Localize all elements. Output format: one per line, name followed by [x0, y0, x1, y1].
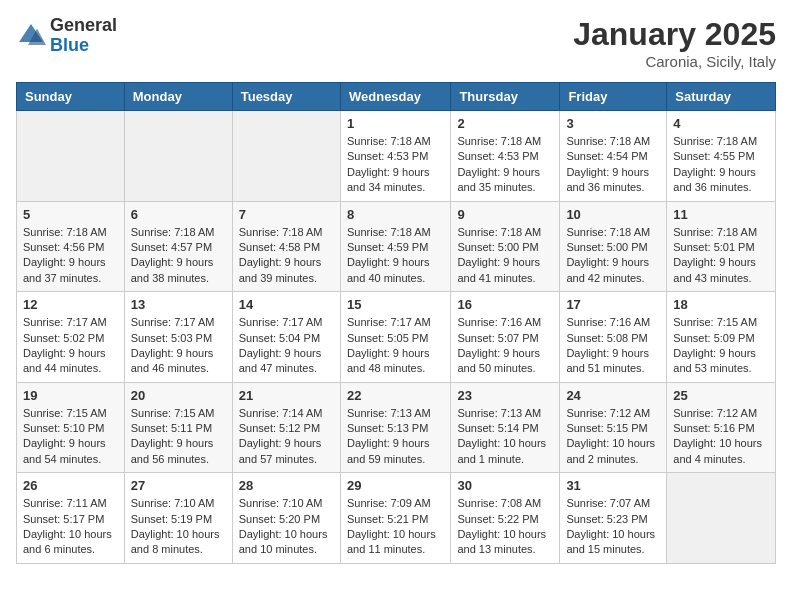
- day-number: 9: [457, 207, 553, 222]
- day-number: 15: [347, 297, 444, 312]
- day-number: 16: [457, 297, 553, 312]
- calendar-cell: 18Sunrise: 7:15 AM Sunset: 5:09 PM Dayli…: [667, 292, 776, 383]
- day-info: Sunrise: 7:11 AM Sunset: 5:17 PM Dayligh…: [23, 496, 118, 558]
- day-info: Sunrise: 7:13 AM Sunset: 5:14 PM Dayligh…: [457, 406, 553, 468]
- day-number: 23: [457, 388, 553, 403]
- day-info: Sunrise: 7:14 AM Sunset: 5:12 PM Dayligh…: [239, 406, 334, 468]
- calendar-cell: 10Sunrise: 7:18 AM Sunset: 5:00 PM Dayli…: [560, 201, 667, 292]
- day-number: 18: [673, 297, 769, 312]
- header-wednesday: Wednesday: [340, 83, 450, 111]
- calendar-cell: 7Sunrise: 7:18 AM Sunset: 4:58 PM Daylig…: [232, 201, 340, 292]
- day-number: 22: [347, 388, 444, 403]
- day-number: 20: [131, 388, 226, 403]
- day-info: Sunrise: 7:18 AM Sunset: 4:56 PM Dayligh…: [23, 225, 118, 287]
- calendar-cell: 26Sunrise: 7:11 AM Sunset: 5:17 PM Dayli…: [17, 473, 125, 564]
- day-info: Sunrise: 7:15 AM Sunset: 5:11 PM Dayligh…: [131, 406, 226, 468]
- day-info: Sunrise: 7:15 AM Sunset: 5:10 PM Dayligh…: [23, 406, 118, 468]
- calendar-week-1: 1Sunrise: 7:18 AM Sunset: 4:53 PM Daylig…: [17, 111, 776, 202]
- day-info: Sunrise: 7:18 AM Sunset: 4:55 PM Dayligh…: [673, 134, 769, 196]
- calendar-cell: 22Sunrise: 7:13 AM Sunset: 5:13 PM Dayli…: [340, 382, 450, 473]
- day-number: 29: [347, 478, 444, 493]
- day-number: 25: [673, 388, 769, 403]
- calendar-cell: [124, 111, 232, 202]
- location-title: Caronia, Sicily, Italy: [573, 53, 776, 70]
- calendar-header-row: SundayMondayTuesdayWednesdayThursdayFrid…: [17, 83, 776, 111]
- calendar-cell: 5Sunrise: 7:18 AM Sunset: 4:56 PM Daylig…: [17, 201, 125, 292]
- calendar-cell: 8Sunrise: 7:18 AM Sunset: 4:59 PM Daylig…: [340, 201, 450, 292]
- calendar-week-4: 19Sunrise: 7:15 AM Sunset: 5:10 PM Dayli…: [17, 382, 776, 473]
- calendar-week-5: 26Sunrise: 7:11 AM Sunset: 5:17 PM Dayli…: [17, 473, 776, 564]
- header-saturday: Saturday: [667, 83, 776, 111]
- calendar-week-3: 12Sunrise: 7:17 AM Sunset: 5:02 PM Dayli…: [17, 292, 776, 383]
- day-number: 5: [23, 207, 118, 222]
- day-info: Sunrise: 7:18 AM Sunset: 5:01 PM Dayligh…: [673, 225, 769, 287]
- day-info: Sunrise: 7:16 AM Sunset: 5:07 PM Dayligh…: [457, 315, 553, 377]
- day-info: Sunrise: 7:17 AM Sunset: 5:04 PM Dayligh…: [239, 315, 334, 377]
- day-info: Sunrise: 7:17 AM Sunset: 5:03 PM Dayligh…: [131, 315, 226, 377]
- calendar-cell: 31Sunrise: 7:07 AM Sunset: 5:23 PM Dayli…: [560, 473, 667, 564]
- day-info: Sunrise: 7:09 AM Sunset: 5:21 PM Dayligh…: [347, 496, 444, 558]
- calendar-cell: 21Sunrise: 7:14 AM Sunset: 5:12 PM Dayli…: [232, 382, 340, 473]
- day-number: 12: [23, 297, 118, 312]
- header-thursday: Thursday: [451, 83, 560, 111]
- day-info: Sunrise: 7:17 AM Sunset: 5:02 PM Dayligh…: [23, 315, 118, 377]
- calendar-cell: 23Sunrise: 7:13 AM Sunset: 5:14 PM Dayli…: [451, 382, 560, 473]
- calendar-cell: 1Sunrise: 7:18 AM Sunset: 4:53 PM Daylig…: [340, 111, 450, 202]
- day-info: Sunrise: 7:10 AM Sunset: 5:20 PM Dayligh…: [239, 496, 334, 558]
- day-info: Sunrise: 7:18 AM Sunset: 4:57 PM Dayligh…: [131, 225, 226, 287]
- calendar-cell: 11Sunrise: 7:18 AM Sunset: 5:01 PM Dayli…: [667, 201, 776, 292]
- day-info: Sunrise: 7:18 AM Sunset: 4:53 PM Dayligh…: [457, 134, 553, 196]
- day-number: 13: [131, 297, 226, 312]
- day-info: Sunrise: 7:15 AM Sunset: 5:09 PM Dayligh…: [673, 315, 769, 377]
- day-info: Sunrise: 7:13 AM Sunset: 5:13 PM Dayligh…: [347, 406, 444, 468]
- day-number: 26: [23, 478, 118, 493]
- calendar-cell: [667, 473, 776, 564]
- logo-blue-text: Blue: [50, 35, 89, 55]
- calendar-cell: 28Sunrise: 7:10 AM Sunset: 5:20 PM Dayli…: [232, 473, 340, 564]
- day-number: 24: [566, 388, 660, 403]
- calendar-cell: 9Sunrise: 7:18 AM Sunset: 5:00 PM Daylig…: [451, 201, 560, 292]
- calendar-cell: 13Sunrise: 7:17 AM Sunset: 5:03 PM Dayli…: [124, 292, 232, 383]
- calendar-cell: 6Sunrise: 7:18 AM Sunset: 4:57 PM Daylig…: [124, 201, 232, 292]
- header-friday: Friday: [560, 83, 667, 111]
- day-info: Sunrise: 7:18 AM Sunset: 4:53 PM Dayligh…: [347, 134, 444, 196]
- day-info: Sunrise: 7:18 AM Sunset: 5:00 PM Dayligh…: [566, 225, 660, 287]
- day-info: Sunrise: 7:08 AM Sunset: 5:22 PM Dayligh…: [457, 496, 553, 558]
- day-info: Sunrise: 7:18 AM Sunset: 4:58 PM Dayligh…: [239, 225, 334, 287]
- logo-general-text: General: [50, 15, 117, 35]
- day-number: 7: [239, 207, 334, 222]
- day-number: 1: [347, 116, 444, 131]
- logo-icon: [16, 21, 46, 51]
- day-number: 31: [566, 478, 660, 493]
- calendar-cell: 14Sunrise: 7:17 AM Sunset: 5:04 PM Dayli…: [232, 292, 340, 383]
- calendar-cell: [17, 111, 125, 202]
- calendar-cell: 4Sunrise: 7:18 AM Sunset: 4:55 PM Daylig…: [667, 111, 776, 202]
- calendar-table: SundayMondayTuesdayWednesdayThursdayFrid…: [16, 82, 776, 564]
- day-info: Sunrise: 7:07 AM Sunset: 5:23 PM Dayligh…: [566, 496, 660, 558]
- title-block: January 2025 Caronia, Sicily, Italy: [573, 16, 776, 70]
- day-number: 2: [457, 116, 553, 131]
- calendar-cell: 19Sunrise: 7:15 AM Sunset: 5:10 PM Dayli…: [17, 382, 125, 473]
- day-info: Sunrise: 7:12 AM Sunset: 5:16 PM Dayligh…: [673, 406, 769, 468]
- calendar-week-2: 5Sunrise: 7:18 AM Sunset: 4:56 PM Daylig…: [17, 201, 776, 292]
- day-number: 30: [457, 478, 553, 493]
- day-info: Sunrise: 7:18 AM Sunset: 4:54 PM Dayligh…: [566, 134, 660, 196]
- day-number: 4: [673, 116, 769, 131]
- day-info: Sunrise: 7:17 AM Sunset: 5:05 PM Dayligh…: [347, 315, 444, 377]
- calendar-cell: 25Sunrise: 7:12 AM Sunset: 5:16 PM Dayli…: [667, 382, 776, 473]
- calendar-cell: 29Sunrise: 7:09 AM Sunset: 5:21 PM Dayli…: [340, 473, 450, 564]
- logo: General Blue: [16, 16, 117, 56]
- calendar-cell: [232, 111, 340, 202]
- day-info: Sunrise: 7:18 AM Sunset: 5:00 PM Dayligh…: [457, 225, 553, 287]
- day-number: 14: [239, 297, 334, 312]
- day-number: 6: [131, 207, 226, 222]
- calendar-cell: 2Sunrise: 7:18 AM Sunset: 4:53 PM Daylig…: [451, 111, 560, 202]
- calendar-cell: 17Sunrise: 7:16 AM Sunset: 5:08 PM Dayli…: [560, 292, 667, 383]
- calendar-cell: 15Sunrise: 7:17 AM Sunset: 5:05 PM Dayli…: [340, 292, 450, 383]
- day-number: 28: [239, 478, 334, 493]
- day-number: 11: [673, 207, 769, 222]
- day-info: Sunrise: 7:18 AM Sunset: 4:59 PM Dayligh…: [347, 225, 444, 287]
- day-number: 21: [239, 388, 334, 403]
- month-title: January 2025: [573, 16, 776, 53]
- header-tuesday: Tuesday: [232, 83, 340, 111]
